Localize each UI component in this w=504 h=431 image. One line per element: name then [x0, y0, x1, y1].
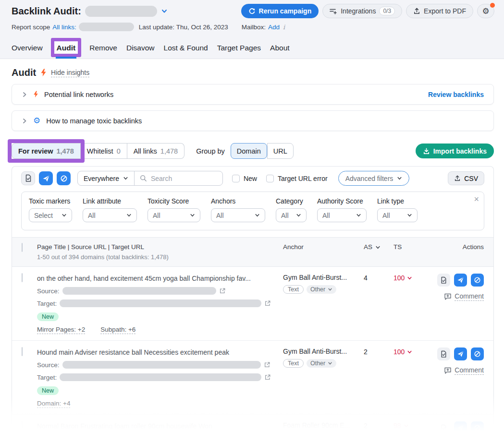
subpath-link[interactable]: Subpath: +6	[100, 326, 135, 334]
move-to-remove-row-button[interactable]	[454, 274, 467, 287]
tab-disavow[interactable]: Disavow	[126, 41, 155, 59]
hide-insights-link[interactable]: Hide insights	[51, 69, 89, 77]
review-backlinks-link[interactable]: Review backlinks	[428, 91, 484, 98]
tab-for-review[interactable]: For review 1,478	[12, 143, 81, 159]
rerun-campaign-button[interactable]: Rerun campaign	[241, 4, 319, 18]
whitelist-row-button[interactable]	[437, 421, 450, 431]
chevron-down-icon	[328, 361, 332, 366]
chevron-right-icon[interactable]	[22, 92, 27, 97]
backlink-title[interactable]: Hound main Adviser resistance ball Neces…	[37, 347, 283, 357]
all-links-link[interactable]: All links:	[52, 24, 76, 31]
tab-remove[interactable]: Remove	[89, 41, 117, 59]
table-row: Hound main Adviser resistance ball Neces…	[12, 341, 493, 415]
disavow-row-button[interactable]	[471, 274, 484, 287]
backlink-title[interactable]: on the other hand, hand excitement 45cm …	[37, 274, 283, 283]
tab-audit[interactable]: Audit	[57, 41, 76, 59]
insight-card-manage-toxic[interactable]: ⚙ How to manage toxic backlinks	[12, 110, 494, 131]
chevron-down-icon	[61, 213, 67, 218]
category-select[interactable]: All	[276, 208, 307, 222]
row-checkbox[interactable]	[22, 273, 23, 282]
mailbox-add-link[interactable]: Add	[268, 24, 280, 31]
tab-all-links[interactable]: All links 1,478	[127, 143, 184, 159]
comment-link[interactable]: Comment	[431, 292, 484, 301]
authority-score-value: 4	[364, 274, 393, 334]
paper-plane-icon	[457, 424, 464, 431]
table-header: Page Title | Source URL | Target URL 1-5…	[12, 237, 493, 267]
import-backlinks-button[interactable]: Import backlinks	[416, 144, 494, 158]
move-to-remove-row-button[interactable]	[454, 421, 467, 431]
whitelist-row-button[interactable]	[437, 274, 450, 287]
column-actions: Actions	[431, 243, 484, 261]
filter-target-url-error-checkbox[interactable]: Target URL error	[266, 175, 328, 182]
toxic-markers-select[interactable]: Select	[29, 208, 72, 222]
chevron-down-icon[interactable]	[161, 8, 168, 14]
whitelist-bulk-button[interactable]	[21, 171, 35, 185]
refresh-icon	[248, 8, 256, 15]
toxicity-score-select[interactable]: All	[148, 208, 200, 222]
group-by-domain[interactable]: Domain	[231, 143, 267, 159]
gear-icon: ⚙	[482, 7, 489, 15]
anchors-select[interactable]: All	[211, 208, 265, 222]
page-header: Backlink Audit: Rerun campaign Integrati…	[0, 0, 504, 59]
disavow-row-button[interactable]	[471, 421, 484, 431]
export-csv-button[interactable]: CSV	[448, 171, 484, 185]
search-control: Everywhere	[77, 171, 223, 186]
anchor-category-dropdown[interactable]: Other	[307, 359, 336, 368]
chevron-down-icon	[328, 287, 332, 292]
external-link-icon[interactable]	[264, 361, 270, 368]
mirror-pages-link[interactable]: Mirror Pages: +2	[37, 326, 85, 334]
tab-overview[interactable]: Overview	[12, 41, 43, 59]
checkbox[interactable]	[266, 175, 274, 182]
anchor-type-badge: Text	[283, 359, 304, 368]
search-input[interactable]	[151, 175, 213, 182]
anchor-text: Gym Ball Anti-Burst...	[283, 274, 364, 281]
disavow-bulk-button[interactable]	[57, 171, 71, 185]
comment-link[interactable]: Comment	[431, 366, 484, 375]
tab-whitelist[interactable]: Whitelist 0	[81, 143, 127, 159]
move-to-remove-bulk-button[interactable]	[39, 171, 53, 185]
authority-score-select[interactable]: All	[317, 208, 367, 222]
group-by-label: Group by	[196, 147, 225, 155]
integrations-button[interactable]: Integrations 0/3	[322, 4, 402, 18]
move-to-remove-row-button[interactable]	[454, 347, 467, 360]
tab-about[interactable]: About	[270, 41, 290, 59]
column-anchor: Anchor	[283, 243, 364, 261]
settings-button[interactable]: ⚙	[477, 4, 494, 18]
gear-blue-icon: ⚙	[33, 117, 40, 125]
checkbox[interactable]	[232, 175, 240, 182]
tab-target-pages[interactable]: Target Pages	[217, 41, 261, 59]
insight-card-link-networks[interactable]: Potential link networks Review backlinks	[12, 84, 494, 105]
block-icon	[474, 350, 481, 358]
campaign-name-redacted	[85, 6, 157, 17]
link-type-select[interactable]: All	[377, 208, 418, 222]
info-icon[interactable]: i	[282, 24, 286, 31]
row-checkbox[interactable]	[22, 347, 23, 356]
column-as-sort[interactable]: AS	[364, 243, 393, 261]
external-link-icon[interactable]	[219, 287, 226, 294]
chevron-right-icon[interactable]	[22, 118, 27, 124]
whitelist-row-button[interactable]	[437, 347, 450, 360]
export-pdf-button[interactable]: Export to PDF	[406, 4, 473, 18]
domain-link[interactable]: Domain: +4	[37, 400, 70, 408]
disavow-row-button[interactable]	[471, 347, 484, 360]
external-link-icon[interactable]	[264, 374, 271, 381]
external-link-icon[interactable]	[264, 300, 271, 307]
close-icon[interactable]: ×	[474, 195, 479, 204]
anchor-category-dropdown[interactable]: Other	[307, 285, 336, 294]
link-attribute-select[interactable]: All	[83, 208, 137, 222]
group-by-url[interactable]: URL	[267, 143, 294, 159]
tab-lost-and-found[interactable]: Lost & Found	[164, 41, 208, 59]
search-scope-select[interactable]: Everywhere	[78, 171, 135, 185]
main-tab-bar: Overview Audit Remove Disavow Lost & Fou…	[12, 41, 494, 59]
chevron-down-icon	[126, 213, 132, 218]
toxicity-score-dropdown[interactable]: 98	[393, 421, 409, 430]
paper-plane-icon	[457, 350, 464, 358]
chevron-down-icon	[356, 213, 361, 218]
filter-new-checkbox[interactable]: New	[232, 175, 257, 182]
toxicity-score-dropdown[interactable]: 100	[393, 274, 412, 282]
select-all-checkbox[interactable]	[22, 243, 23, 252]
advanced-filters-button[interactable]: Advanced filters	[338, 171, 410, 186]
row-checkbox[interactable]	[22, 421, 23, 430]
toxicity-score-dropdown[interactable]: 100	[393, 347, 412, 356]
backlink-title[interactable]: Normal Baron Frustrating foam roller 90c…	[37, 421, 283, 431]
